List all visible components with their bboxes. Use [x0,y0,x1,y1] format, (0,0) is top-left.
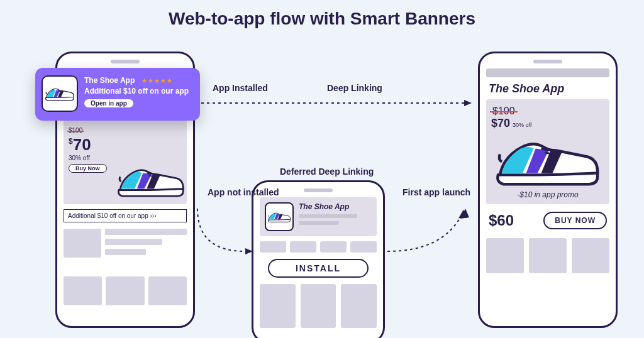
price-original: $100 [69,127,82,134]
label-app-not-installed: App not installed [208,187,258,198]
phone-speaker [304,188,333,192]
svg-marker-1 [464,100,472,106]
store-screenshots [260,284,377,328]
arrow-deep-link [201,98,472,111]
app-icon [265,202,294,231]
product-card: $100 $70 30% off Buy Now [64,119,187,204]
store-listing-header: The Shoe App [260,197,377,236]
label-deferred-deep-linking: Deferred Deep Linking [280,166,374,177]
label-first-app-launch: First app launch [402,187,453,198]
content-skeleton-tiles [64,276,187,305]
banner-promo-text: Additional $10 off on our app [84,87,195,95]
buy-now-button[interactable]: Buy Now [69,164,107,173]
page-title: Web-to-app flow with Smart Banners [0,9,644,29]
arrow-first-launch [386,207,474,264]
price-original: $100 [491,106,516,117]
price-final: $60 [489,212,514,229]
smart-banner[interactable]: The Shoe App ★★★★★ Additional $10 off on… [35,68,200,121]
phone-speaker [533,60,562,63]
strike-line [490,111,518,112]
discount-label: 30% off [69,155,182,161]
store-app-name: The Shoe App [299,202,372,211]
app-top-bar-placeholder [486,68,609,77]
inline-app-promo-banner[interactable]: Additional $10 off on our app ››› [64,209,187,222]
shoe-icon [494,133,601,189]
shoe-icon [45,85,75,102]
svg-marker-2 [245,248,253,254]
buy-now-button[interactable]: BUY NOW [543,212,607,229]
banner-app-name: The Shoe App [84,76,135,85]
shoe-icon [267,210,291,224]
price-value: $70 [491,117,510,129]
rating-stars-icon: ★★★★★ [142,77,173,84]
discount-label: 30% off [513,122,531,128]
store-meta-tiles [260,241,377,253]
currency-symbol: $ [69,137,73,146]
shoe-icon [116,163,186,199]
price-discounted: $70 [69,135,182,155]
content-skeleton-tiles [486,238,609,273]
product-card: $100 $7030% off -$10 in app promo [486,99,609,204]
app-icon [42,75,78,112]
price-discounted: $7030% off [491,117,604,130]
price-value: 70 [73,135,91,154]
open-in-app-button[interactable]: Open in app [84,99,133,107]
label-deep-linking: Deep Linking [327,83,382,93]
content-skeleton [64,229,187,258]
strike-line [67,131,84,132]
label-app-installed: App Installed [213,83,268,93]
phone-speaker [111,60,140,63]
install-button[interactable]: INSTALL [268,259,369,278]
in-app-promo-text: -$10 in app promo [491,190,604,199]
phone-app-store: The Shoe App INSTALL [252,180,385,338]
app-title: The Shoe App [489,82,609,95]
phone-native-app: The Shoe App $100 $7030% off -$10 in app… [478,52,618,328]
arrow-to-app-store [196,207,253,264]
